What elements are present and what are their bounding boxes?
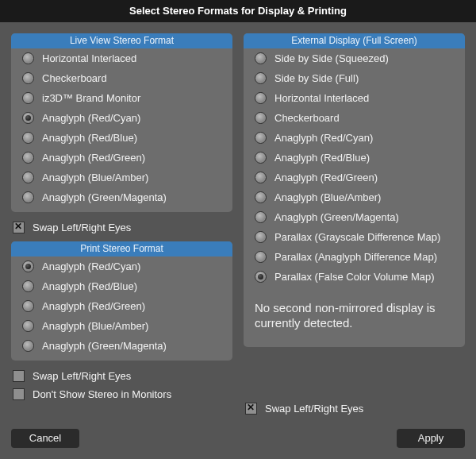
- external-option[interactable]: Horizontal Interlaced: [244, 88, 465, 108]
- print-swap-checkbox[interactable]: [13, 370, 25, 382]
- external-radio[interactable]: [255, 52, 267, 64]
- external-radio-label: Parallax (Grayscale Difference Map): [274, 231, 440, 243]
- external-radio-label: Anaglyph (Green/Magenta): [274, 211, 399, 223]
- external-radio-label: Anaglyph (Blue/Amber): [274, 191, 381, 203]
- print-header: Print Stereo Format: [11, 241, 232, 256]
- external-radio-label: Side by Side (Full): [274, 72, 359, 84]
- external-option[interactable]: Anaglyph (Red/Green): [244, 168, 465, 187]
- print-radio-label: Anaglyph (Red/Blue): [42, 280, 137, 292]
- external-radio-label: Horizontal Interlaced: [274, 92, 369, 104]
- liveView-radio-label: Anaglyph (Red/Blue): [42, 132, 137, 144]
- liveView-radio[interactable]: [22, 92, 34, 104]
- print-radio-label: Anaglyph (Blue/Amber): [42, 320, 148, 332]
- external-radio[interactable]: [255, 172, 267, 183]
- external-panel: External Display (Full Screen) Side by S…: [244, 33, 465, 347]
- external-option[interactable]: Side by Side (Full): [244, 68, 465, 88]
- print-radio[interactable]: [22, 300, 34, 312]
- print-options: Anaglyph (Red/Cyan)Anaglyph (Red/Blue)An…: [11, 256, 232, 356]
- external-option[interactable]: Anaglyph (Green/Magenta): [244, 207, 465, 227]
- liveView-option[interactable]: Horizontal Interlaced: [11, 48, 232, 68]
- external-radio-label: Anaglyph (Red/Cyan): [274, 132, 373, 144]
- liveView-radio-label: Anaglyph (Green/Magenta): [42, 191, 167, 203]
- liveView-radio[interactable]: [22, 112, 34, 124]
- external-option[interactable]: Side by Side (Squeezed): [244, 48, 465, 68]
- print-radio-label: Anaglyph (Red/Cyan): [42, 260, 140, 272]
- external-radio[interactable]: [255, 92, 267, 104]
- print-option[interactable]: Anaglyph (Red/Blue): [11, 276, 232, 296]
- liveView-radio-label: iz3D™ Brand Monitor: [42, 92, 140, 104]
- cancel-button[interactable]: Cancel: [11, 429, 79, 448]
- print-radio-label: Anaglyph (Red/Green): [42, 300, 145, 312]
- liveView-option[interactable]: Anaglyph (Red/Blue): [11, 128, 232, 148]
- print-radio[interactable]: [22, 280, 34, 292]
- live-view-header: Live View Stereo Format: [11, 33, 232, 48]
- external-radio-label: Side by Side (Squeezed): [274, 52, 389, 64]
- live-view-options: Horizontal InterlacedCheckerboardiz3D™ B…: [11, 48, 232, 207]
- live-view-swap-checkbox[interactable]: [13, 222, 25, 233]
- external-option[interactable]: Anaglyph (Blue/Amber): [244, 187, 465, 207]
- external-radio[interactable]: [255, 152, 267, 164]
- print-swap-row[interactable]: Swap Left/Right Eyes: [11, 367, 232, 385]
- print-radio[interactable]: [22, 260, 34, 272]
- liveView-option[interactable]: Anaglyph (Red/Cyan): [11, 108, 232, 128]
- liveView-option[interactable]: Anaglyph (Blue/Amber): [11, 168, 232, 187]
- external-header: External Display (Full Screen): [244, 33, 465, 48]
- liveView-radio[interactable]: [22, 72, 34, 84]
- liveView-radio-label: Checkerboard: [42, 72, 107, 84]
- external-radio[interactable]: [255, 271, 267, 283]
- print-swap-label: Swap Left/Right Eyes: [33, 370, 131, 382]
- live-view-swap-row[interactable]: Swap Left/Right Eyes: [11, 218, 232, 237]
- external-radio-label: Parallax (False Color Volume Map): [274, 271, 435, 283]
- print-option[interactable]: Anaglyph (Green/Magenta): [11, 336, 232, 356]
- right-column: External Display (Full Screen) Side by S…: [244, 33, 465, 421]
- liveView-radio-label: Anaglyph (Red/Cyan): [42, 112, 140, 124]
- liveView-option[interactable]: Anaglyph (Green/Magenta): [11, 187, 232, 207]
- print-radio[interactable]: [22, 340, 34, 352]
- external-option[interactable]: Anaglyph (Red/Blue): [244, 148, 465, 168]
- external-radio-label: Checkerboard: [274, 112, 340, 124]
- external-radio[interactable]: [255, 251, 267, 263]
- liveView-radio-label: Anaglyph (Blue/Amber): [42, 172, 148, 183]
- liveView-radio[interactable]: [22, 172, 34, 183]
- liveView-radio[interactable]: [22, 132, 34, 144]
- external-radio[interactable]: [255, 191, 267, 203]
- external-option[interactable]: Parallax (Anaglyph Difference Map): [244, 247, 465, 267]
- external-radio[interactable]: [255, 231, 267, 243]
- external-option[interactable]: Checkerboard: [244, 108, 465, 128]
- liveView-option[interactable]: Anaglyph (Red/Green): [11, 148, 232, 168]
- dialog-body: Live View Stereo Format Horizontal Inter…: [0, 22, 476, 421]
- external-swap-checkbox[interactable]: [245, 403, 257, 415]
- apply-button[interactable]: Apply: [397, 429, 465, 448]
- external-option[interactable]: Parallax (False Color Volume Map): [244, 267, 465, 287]
- liveView-option[interactable]: Checkerboard: [11, 68, 232, 88]
- external-swap-row[interactable]: Swap Left/Right Eyes: [244, 399, 465, 418]
- external-radio[interactable]: [255, 72, 267, 84]
- left-column: Live View Stereo Format Horizontal Inter…: [11, 33, 232, 421]
- print-option[interactable]: Anaglyph (Red/Green): [11, 296, 232, 316]
- external-radio[interactable]: [255, 112, 267, 124]
- liveView-radio[interactable]: [22, 52, 34, 64]
- print-option[interactable]: Anaglyph (Red/Cyan): [11, 256, 232, 276]
- external-radio-label: Anaglyph (Red/Blue): [274, 152, 370, 164]
- external-option[interactable]: Parallax (Grayscale Difference Map): [244, 227, 465, 247]
- liveView-option[interactable]: iz3D™ Brand Monitor: [11, 88, 232, 108]
- external-options: Side by Side (Squeezed)Side by Side (Ful…: [244, 48, 465, 287]
- liveView-radio[interactable]: [22, 152, 34, 164]
- external-radio[interactable]: [255, 211, 267, 223]
- dialog-window: Select Stereo Formats for Display & Prin…: [0, 0, 476, 459]
- external-info-text: No second non-mirrored display is curren…: [244, 287, 465, 331]
- print-option[interactable]: Anaglyph (Blue/Amber): [11, 316, 232, 336]
- external-radio-label: Parallax (Anaglyph Difference Map): [274, 251, 437, 263]
- print-dont-show-row[interactable]: Don't Show Stereo in Monitors: [11, 385, 232, 403]
- dialog-title: Select Stereo Formats for Display & Prin…: [0, 0, 476, 22]
- print-dont-show-label: Don't Show Stereo in Monitors: [33, 388, 171, 400]
- print-radio[interactable]: [22, 320, 34, 332]
- liveView-radio-label: Horizontal Interlaced: [42, 52, 136, 64]
- liveView-radio-label: Anaglyph (Red/Green): [42, 152, 145, 164]
- print-dont-show-checkbox[interactable]: [13, 388, 25, 400]
- print-panel: Print Stereo Format Anaglyph (Red/Cyan)A…: [11, 241, 232, 361]
- live-view-swap-label: Swap Left/Right Eyes: [33, 222, 131, 233]
- external-radio[interactable]: [255, 132, 267, 144]
- external-option[interactable]: Anaglyph (Red/Cyan): [244, 128, 465, 148]
- liveView-radio[interactable]: [22, 191, 34, 203]
